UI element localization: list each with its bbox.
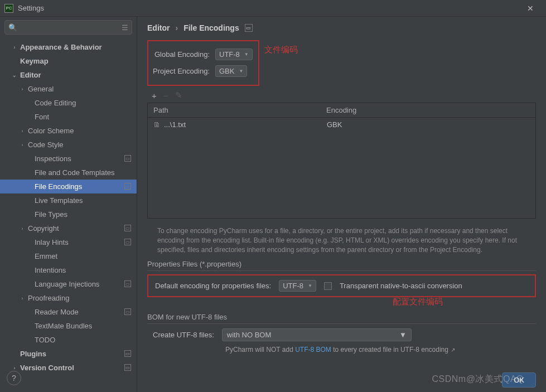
chevron-icon: ›	[11, 365, 18, 371]
remove-icon: −	[163, 91, 168, 100]
scope-marker-icon: ▭	[124, 225, 131, 231]
encoding-note: To change encoding PyCharm uses for a fi…	[157, 226, 536, 254]
sidebar-item-version-control[interactable]: ›Version Control▭	[0, 361, 137, 375]
sidebar-item-color-scheme[interactable]: ›Color Scheme	[0, 124, 137, 138]
sidebar-item-label: Reader Mode	[35, 308, 79, 316]
file-icon: 🗎	[153, 120, 161, 129]
sidebar-item-label: File and Code Templates	[35, 168, 115, 177]
sidebar-item-label: Language Injections	[35, 280, 99, 288]
sidebar-item-intentions[interactable]: Intentions	[0, 263, 137, 277]
sidebar-item-label: Live Templates	[35, 196, 83, 205]
breadcrumb: Editor › File Encodings ▭	[147, 23, 536, 32]
sidebar-item-label: Plugins	[20, 350, 46, 358]
add-icon[interactable]: +	[152, 91, 157, 100]
project-encoding-dropdown[interactable]: GBK▼	[215, 65, 247, 77]
create-utf8-dropdown[interactable]: with NO BOM▼	[222, 328, 412, 341]
sidebar-item-label: Font	[35, 113, 49, 121]
ok-button[interactable]: OK	[502, 372, 536, 388]
sidebar-item-plugins[interactable]: Plugins▭	[0, 347, 137, 361]
sidebar-item-code-editing[interactable]: Code Editing	[0, 96, 137, 110]
scope-marker-icon: ▭	[124, 183, 131, 190]
table-body[interactable]: 🗎 ...\1.txt GBK	[148, 118, 535, 218]
encoding-table: Path Encoding 🗎 ...\1.txt GBK	[147, 103, 536, 219]
title-bar: PC Settings ✕	[0, 0, 546, 17]
col-encoding[interactable]: Encoding	[321, 103, 535, 117]
sidebar-item-file-and-code-templates[interactable]: File and Code Templates	[0, 166, 137, 180]
sidebar-item-label: Emmet	[35, 252, 57, 260]
sidebar-item-file-encodings[interactable]: File Encodings▭	[0, 180, 137, 193]
properties-section-title: Properties Files (*.properties)	[147, 260, 536, 271]
sidebar-item-file-types[interactable]: File Types	[0, 207, 137, 221]
help-button[interactable]: ?	[7, 371, 21, 385]
scope-marker-icon: ▭	[124, 364, 131, 371]
row-path: ...\1.txt	[164, 120, 327, 129]
app-icon: PC	[4, 4, 13, 13]
sidebar-item-label: Inlay Hints	[35, 238, 69, 246]
annotation-1: 文件编码	[264, 45, 298, 55]
sidebar-item-label: TextMate Bundles	[35, 322, 92, 330]
chevron-down-icon: ▼	[244, 52, 249, 57]
scope-marker-icon: ▭	[245, 24, 253, 32]
external-link-icon: ↗	[451, 347, 455, 353]
sidebar-item-label: File Types	[35, 210, 67, 219]
sidebar-item-label: Code Editing	[35, 99, 76, 107]
sidebar-item-appearance-behavior[interactable]: ›Appearance & Behavior	[0, 40, 137, 54]
chevron-down-icon: ▼	[399, 331, 407, 339]
main-panel: Editor › File Encodings ▭ Global Encodin…	[137, 17, 546, 392]
chevron-icon: ›	[19, 296, 26, 301]
properties-encoding-dropdown[interactable]: UTF-8▼	[279, 280, 316, 292]
close-icon[interactable]: ✕	[519, 1, 542, 16]
sidebar-item-general[interactable]: ›General	[0, 82, 137, 96]
chevron-right-icon: ›	[175, 23, 178, 32]
sidebar-item-label: Keymap	[20, 57, 49, 65]
sidebar-item-label: Appearance & Behavior	[20, 43, 102, 51]
native-to-ascii-checkbox[interactable]	[324, 282, 332, 290]
row-encoding: GBK	[327, 120, 342, 129]
table-row[interactable]: 🗎 ...\1.txt GBK	[148, 118, 535, 132]
chevron-icon: ›	[19, 128, 26, 134]
sidebar-item-copyright[interactable]: ›Copyright▭	[0, 221, 137, 235]
sidebar: 🔍 ☰ ›Appearance & BehaviorKeymap⌄Editor›…	[0, 17, 137, 392]
utf8-bom-link[interactable]: UTF-8 BOM	[295, 346, 331, 354]
chevron-down-icon: ▼	[308, 283, 312, 288]
bom-hint: PyCharm will NOT add UTF-8 BOM to every …	[225, 346, 536, 354]
search-input[interactable]	[20, 23, 122, 32]
annotation-2: 配置文件编码	[393, 297, 443, 307]
chevron-icon: ›	[19, 226, 26, 231]
filter-icon[interactable]: ☰	[122, 23, 128, 32]
properties-highlight-box: Default encoding for properties files: U…	[147, 274, 536, 297]
table-toolbar: + − ✎	[147, 86, 536, 103]
sidebar-item-language-injections[interactable]: Language Injections▭	[0, 277, 137, 291]
global-encoding-dropdown[interactable]: UTF-8▼	[215, 49, 253, 60]
breadcrumb-root[interactable]: Editor	[147, 23, 170, 32]
sidebar-item-editor[interactable]: ⌄Editor	[0, 68, 137, 82]
sidebar-item-live-templates[interactable]: Live Templates	[0, 193, 137, 207]
sidebar-item-reader-mode[interactable]: Reader Mode▭	[0, 305, 137, 319]
chevron-icon: ›	[19, 142, 26, 148]
sidebar-item-keymap[interactable]: Keymap	[0, 54, 137, 68]
sidebar-item-todo[interactable]: TODO	[0, 333, 137, 347]
sidebar-item-label: Version Control	[20, 364, 74, 372]
sidebar-item-inspections[interactable]: Inspections▭	[0, 152, 137, 166]
sidebar-item-emmet[interactable]: Emmet	[0, 249, 137, 263]
settings-tree: ›Appearance & BehaviorKeymap⌄Editor›Gene…	[0, 38, 137, 392]
sidebar-item-textmate-bundles[interactable]: TextMate Bundles	[0, 319, 137, 333]
native-to-ascii-label: Transparent native-to-ascii conversion	[340, 282, 462, 290]
col-path[interactable]: Path	[148, 103, 321, 117]
sidebar-item-inlay-hints[interactable]: Inlay Hints▭	[0, 235, 137, 249]
sidebar-item-proofreading[interactable]: ›Proofreading	[0, 291, 137, 305]
properties-encoding-label: Default encoding for properties files:	[155, 282, 271, 290]
sidebar-item-code-style[interactable]: ›Code Style	[0, 138, 137, 152]
scope-marker-icon: ▭	[124, 308, 131, 315]
table-header: Path Encoding	[148, 103, 535, 118]
sidebar-item-font[interactable]: Font	[0, 110, 137, 124]
sidebar-item-label: Copyright	[28, 224, 59, 233]
sidebar-item-label: File Encodings	[35, 182, 82, 191]
sidebar-item-label: Proofreading	[28, 294, 69, 302]
encoding-highlight-box: Global Encoding: UTF-8▼ Project Encoding…	[147, 40, 259, 86]
scope-marker-icon: ▭	[124, 350, 131, 357]
search-input-wrapper[interactable]: 🔍 ☰	[4, 20, 132, 35]
chevron-icon: ›	[11, 45, 18, 50]
chevron-icon: ⌄	[11, 72, 18, 78]
breadcrumb-current: File Encodings	[183, 23, 239, 32]
